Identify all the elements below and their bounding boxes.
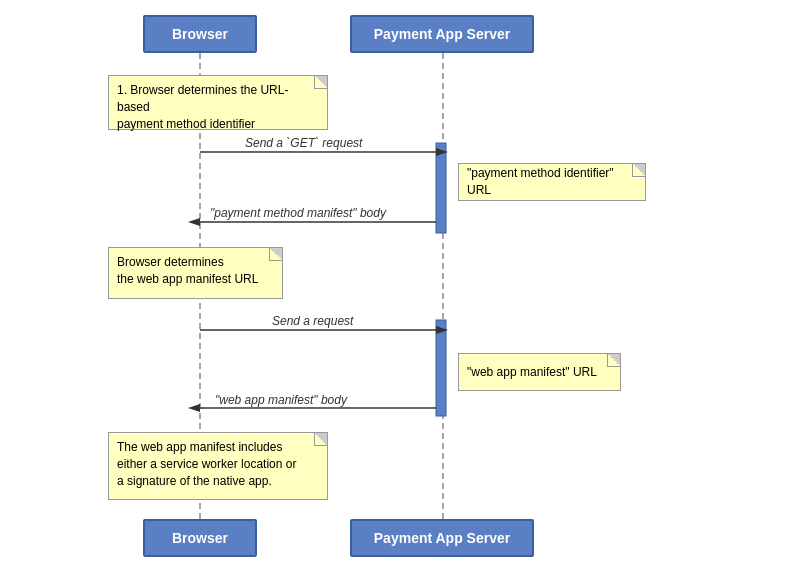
note-web-app-manifest-url: "web app manifest" URL	[458, 353, 621, 391]
server-bottom-box: Payment App Server	[350, 519, 534, 557]
note-url-payment-method: 1. Browser determines the URL-based paym…	[108, 75, 328, 130]
arrow-label-request: Send a request	[272, 314, 353, 328]
browser-top-box: Browser	[143, 15, 257, 53]
svg-marker-9	[436, 326, 448, 334]
arrow-label-web-manifest-body: "web app manifest" body	[215, 393, 347, 407]
note-payment-identifier-url: "payment method identifier" URL	[458, 163, 646, 201]
sequence-diagram: Browser Payment App Server 1. Browser de…	[0, 0, 800, 587]
arrow-label-manifest-body: "payment method manifest" body	[210, 206, 386, 220]
svg-rect-2	[436, 143, 446, 233]
svg-marker-5	[436, 148, 448, 156]
svg-marker-7	[188, 218, 200, 226]
note-web-app-manifest-url-determine: Browser determines the web app manifest …	[108, 247, 283, 299]
svg-rect-3	[436, 320, 446, 416]
browser-bottom-box: Browser	[143, 519, 257, 557]
note-web-app-manifest-content: The web app manifest includes either a s…	[108, 432, 328, 500]
arrow-label-get: Send a `GET` request	[245, 136, 362, 150]
svg-marker-11	[188, 404, 200, 412]
server-top-box: Payment App Server	[350, 15, 534, 53]
